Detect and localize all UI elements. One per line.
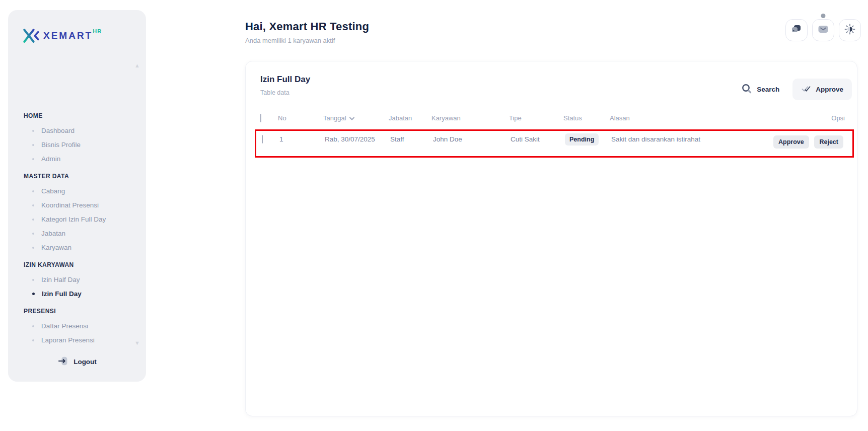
sidebar-item-dashboard[interactable]: Dashboard	[24, 124, 138, 138]
sidebar-item-kategori-izin-full-day[interactable]: Kategori Izin Full Day	[24, 212, 138, 227]
approve-all-button[interactable]: Approve	[792, 79, 852, 100]
double-check-icon	[801, 85, 811, 94]
column-status: Status	[563, 114, 610, 122]
card-heading: Izin Full Day Table data	[260, 75, 310, 96]
sidebar: XEMART HR ▲ HOME Dashboard Bisnis Profil…	[8, 10, 146, 382]
bullet-icon	[32, 190, 34, 192]
chat-icon	[790, 23, 803, 37]
chat-button[interactable]	[785, 19, 808, 41]
table-header: No Tanggal Jabatan Karyawan Tipe Status …	[255, 111, 854, 125]
sidebar-item-karyawan[interactable]: Karyawan	[24, 241, 138, 255]
cell-jabatan: Staff	[390, 135, 433, 143]
chevron-down-icon	[349, 114, 354, 122]
sidebar-item-daftar-presensi[interactable]: Daftar Presensi	[24, 319, 138, 333]
card-title: Izin Full Day	[260, 75, 310, 85]
bullet-icon	[32, 325, 34, 327]
logo-hr-badge: HR	[93, 28, 102, 34]
cell-tanggal: Rab, 30/07/2025	[325, 135, 390, 143]
bullet-icon	[32, 233, 34, 235]
nav-section-master-data: MASTER DATA	[24, 173, 138, 180]
notification-dot	[821, 14, 826, 18]
logo-x-icon	[21, 26, 41, 47]
bullet-icon	[32, 279, 34, 281]
mail-button[interactable]	[812, 19, 834, 41]
select-all-checkbox[interactable]	[260, 114, 261, 122]
column-karyawan: Karyawan	[431, 114, 509, 122]
mail-icon	[817, 23, 829, 37]
header-actions	[785, 19, 861, 41]
sidebar-scroll-down-icon: ▼	[134, 340, 140, 346]
column-tipe: Tipe	[509, 114, 563, 122]
search-button[interactable]: Search	[741, 83, 779, 96]
column-jabatan: Jabatan	[389, 114, 431, 122]
sidebar-item-koordinat-presensi[interactable]: Koordinat Presensi	[24, 198, 138, 212]
row-approve-button[interactable]: Approve	[773, 135, 809, 149]
sidebar-item-bisnis-profile[interactable]: Bisnis Profile	[24, 138, 138, 152]
sidebar-item-izin-half-day[interactable]: Izin Half Day	[24, 273, 138, 287]
bullet-icon	[32, 144, 34, 146]
sun-icon	[844, 23, 856, 37]
sidebar-item-cabang[interactable]: Cabang	[24, 184, 138, 198]
bullet-icon	[32, 339, 34, 341]
nav-section-presensi: PRESENSI	[24, 308, 138, 315]
sidebar-item-jabatan[interactable]: Jabatan	[24, 227, 138, 241]
sidebar-scroll-up-icon: ▲	[134, 62, 140, 68]
column-alasan: Alasan	[610, 114, 831, 122]
row-reject-button[interactable]: Reject	[814, 135, 843, 149]
cell-alasan: Sakit dan disarankan istirahat	[611, 135, 773, 143]
bullet-icon	[32, 293, 35, 295]
cell-tipe: Cuti Sakit	[511, 135, 565, 143]
izin-full-day-table: No Tanggal Jabatan Karyawan Tipe Status …	[255, 111, 854, 158]
sidebar-item-izin-full-day[interactable]: Izin Full Day	[24, 287, 138, 301]
sidebar-item-admin[interactable]: Admin	[24, 152, 138, 166]
cell-opsi: Approve Reject	[773, 135, 843, 149]
nav-section-izin-karyawan: IZIN KARYAWAN	[24, 261, 138, 268]
column-opsi: Opsi	[831, 114, 845, 122]
bullet-icon	[32, 247, 34, 249]
cell-karyawan: John Doe	[433, 135, 511, 143]
row-checkbox[interactable]	[262, 135, 263, 143]
main-card: Izin Full Day Table data Search	[245, 61, 857, 416]
nav-section-home: HOME	[24, 112, 138, 119]
bullet-icon	[32, 204, 34, 206]
bullet-icon	[32, 158, 34, 160]
cell-no: 1	[279, 135, 325, 143]
page-header: Hai, Xemart HR Testing Anda memiliki 1 k…	[245, 20, 369, 44]
column-tanggal-sort[interactable]: Tanggal	[323, 114, 389, 122]
search-icon	[741, 83, 752, 96]
page-title: Hai, Xemart HR Testing	[245, 20, 369, 33]
sidebar-item-laporan-presensi[interactable]: Laporan Presensi	[24, 333, 138, 347]
theme-toggle-button[interactable]	[839, 19, 861, 41]
status-badge: Pending	[565, 133, 599, 146]
page-subtitle: Anda memiliki 1 karyawan aktif	[245, 37, 369, 44]
bullet-icon	[32, 219, 34, 221]
card-actions: Search Approve	[741, 79, 852, 100]
card-subtitle: Table data	[260, 89, 310, 96]
logout-button[interactable]: Logout	[57, 355, 97, 369]
cell-status: Pending	[565, 135, 611, 146]
sidebar-nav: HOME Dashboard Bisnis Profile Admin MAST…	[24, 106, 138, 347]
column-no: No	[278, 114, 323, 122]
table-row: 1 Rab, 30/07/2025 Staff John Doe Cuti Sa…	[255, 129, 854, 158]
logout-icon	[57, 355, 68, 369]
logo-text: XEMART	[43, 30, 93, 41]
app-logo: XEMART HR	[21, 26, 102, 47]
bullet-icon	[32, 130, 34, 132]
